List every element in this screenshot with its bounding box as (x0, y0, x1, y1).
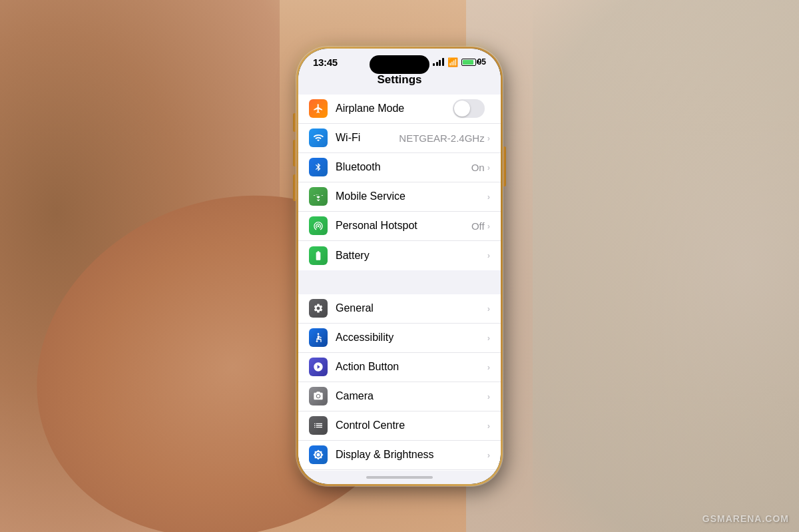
svg-point-0 (318, 333, 320, 335)
battery-icon (461, 59, 476, 66)
settings-row-personal-hotspot[interactable]: Personal Hotspot Off › (298, 212, 501, 241)
settings-row-camera[interactable]: Camera › (298, 382, 501, 411)
control-centre-icon (309, 416, 328, 435)
phone-outer: 13:45 📶 (296, 47, 503, 486)
signal-bars-icon (433, 58, 444, 66)
wifi-status-icon: 📶 (447, 57, 458, 67)
bluetooth-value: On (471, 162, 485, 173)
wifi-value: NETGEAR-2.4GHz (399, 133, 484, 144)
volume-down-button[interactable] (293, 174, 296, 201)
action-chevron-icon: › (487, 362, 490, 372)
toggle-knob (454, 101, 470, 117)
control-chevron-icon: › (487, 421, 490, 431)
bluetooth-label: Bluetooth (336, 161, 471, 173)
hotspot-chevron-icon: › (487, 221, 490, 231)
hotspot-value: Off (471, 220, 485, 232)
airplane-mode-label: Airplane Mode (336, 103, 453, 115)
battery-percent: 95 (477, 57, 486, 67)
page-title: Settings (377, 73, 421, 86)
hotspot-label: Personal Hotspot (336, 220, 471, 232)
general-icon (309, 299, 328, 318)
phone-wrapper: 13:45 📶 (296, 47, 503, 486)
general-label: General (336, 302, 487, 314)
watermark: GSMARENA.COM (702, 513, 789, 524)
phone-inner: 13:45 📶 (298, 49, 501, 484)
power-button[interactable] (503, 146, 506, 186)
status-icons: 📶 95 (433, 57, 486, 67)
settings-row-display-brightness[interactable]: Display & Brightness › (298, 441, 501, 470)
settings-row-mobile-service[interactable]: Mobile Service › (298, 182, 501, 212)
display-label: Display & Brightness (336, 449, 487, 461)
status-time: 13:45 (313, 57, 338, 68)
control-centre-label: Control Centre (336, 419, 487, 431)
accessibility-icon (309, 328, 328, 347)
mobile-chevron-icon: › (487, 192, 490, 202)
camera-chevron-icon: › (487, 392, 490, 401)
battery-settings-icon (309, 246, 328, 265)
settings-row-bluetooth[interactable]: Bluetooth On › (298, 153, 501, 182)
mobile-service-label: Mobile Service (336, 190, 487, 202)
volume-up-button[interactable] (293, 140, 296, 166)
settings-row-accessibility[interactable]: Accessibility › (298, 324, 501, 353)
settings-group-connectivity: Airplane Mode Wi (298, 95, 501, 270)
home-indicator (298, 471, 501, 484)
settings-row-action-button[interactable]: Action Button › (298, 353, 501, 382)
accessibility-chevron-icon: › (487, 333, 490, 343)
battery-fill (463, 60, 473, 65)
wifi-label: Wi-Fi (336, 132, 399, 144)
status-bar: 13:45 📶 (298, 49, 501, 71)
settings-list[interactable]: Airplane Mode Wi (298, 92, 501, 471)
action-button-icon (309, 358, 328, 376)
bluetooth-chevron-icon: › (487, 162, 490, 172)
settings-row-home-screen[interactable]: Home Screen & App Library › (298, 470, 501, 471)
settings-row-wifi[interactable]: Wi-Fi NETGEAR-2.4GHz › (298, 124, 501, 153)
settings-row-control-centre[interactable]: Control Centre › (298, 411, 501, 441)
bluetooth-icon (309, 158, 328, 176)
settings-row-airplane-mode[interactable]: Airplane Mode (298, 95, 501, 124)
shirt-background (466, 0, 799, 532)
wifi-icon (309, 129, 328, 147)
camera-settings-icon (309, 387, 328, 405)
settings-group-device: General › Accessibility (298, 294, 501, 471)
settings-row-general[interactable]: General › (298, 294, 501, 324)
mute-button[interactable] (293, 113, 296, 132)
settings-row-battery[interactable]: Battery › (298, 241, 501, 270)
battery-status: 95 (461, 57, 486, 67)
wifi-chevron-icon: › (487, 133, 490, 143)
camera-label: Camera (336, 390, 487, 402)
airplane-mode-icon (309, 99, 328, 118)
home-bar (366, 476, 433, 479)
mobile-service-icon (309, 187, 328, 206)
display-chevron-icon: › (487, 450, 490, 460)
accessibility-label: Accessibility (336, 332, 487, 344)
action-button-label: Action Button (336, 361, 487, 373)
phone-screen: 13:45 📶 (298, 49, 501, 484)
display-icon (309, 445, 328, 464)
general-chevron-icon: › (487, 304, 490, 314)
section-gap-1 (298, 276, 501, 294)
airplane-mode-toggle[interactable] (453, 99, 485, 118)
dynamic-island (370, 55, 429, 74)
battery-settings-label: Battery (336, 250, 487, 262)
battery-chevron-icon: › (487, 250, 490, 260)
hotspot-icon (309, 216, 328, 235)
